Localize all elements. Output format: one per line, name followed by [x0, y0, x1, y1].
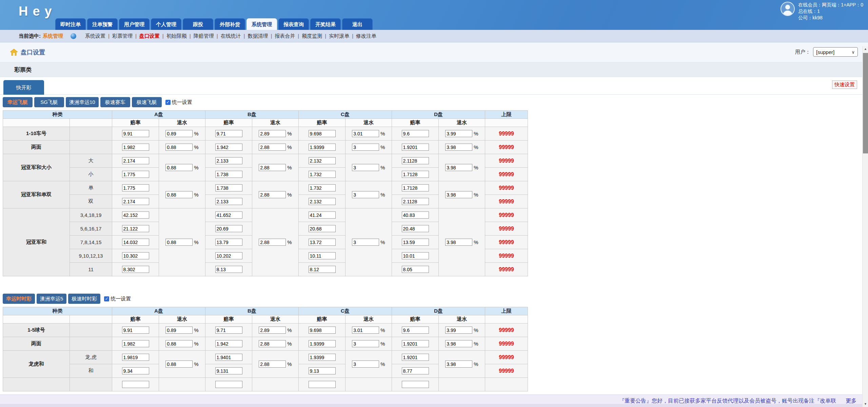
- checkbox-checked-icon[interactable]: ✓: [165, 100, 171, 105]
- rebate-input[interactable]: [352, 360, 379, 368]
- game-tab[interactable]: 幸运飞艇: [3, 97, 33, 107]
- odds-input[interactable]: [215, 225, 242, 232]
- rebate-input[interactable]: [259, 191, 286, 198]
- rebate-input[interactable]: [165, 144, 193, 151]
- odds-input[interactable]: [122, 171, 149, 178]
- odds-input[interactable]: [309, 171, 336, 178]
- rebate-input[interactable]: [352, 191, 379, 198]
- nav-tab[interactable]: 开奖结果: [310, 18, 341, 30]
- submenu-item[interactable]: 实时滚单: [326, 33, 352, 39]
- odds-input[interactable]: [402, 157, 429, 164]
- odds-input[interactable]: [402, 367, 429, 374]
- odds-input[interactable]: [215, 354, 242, 361]
- odds-input[interactable]: [309, 211, 336, 219]
- game-tab[interactable]: 澳洲幸运10: [66, 97, 99, 107]
- rebate-input[interactable]: [445, 144, 472, 151]
- rebate-input[interactable]: [259, 360, 286, 368]
- odds-input[interactable]: [309, 198, 336, 205]
- odds-input[interactable]: [402, 340, 429, 347]
- rebate-input[interactable]: [445, 164, 472, 171]
- odds-input[interactable]: [215, 144, 242, 151]
- odds-input[interactable]: [122, 381, 149, 388]
- rebate-input[interactable]: [259, 239, 286, 246]
- odds-input[interactable]: [215, 266, 242, 273]
- rebate-input[interactable]: [165, 164, 193, 171]
- odds-input[interactable]: [122, 239, 149, 246]
- submenu-item[interactable]: 盘口设置: [137, 33, 162, 39]
- odds-input[interactable]: [122, 340, 149, 347]
- rebate-input[interactable]: [259, 130, 286, 137]
- submenu-item[interactable]: 修改注单: [353, 33, 379, 39]
- rebate-input[interactable]: [165, 327, 193, 334]
- odds-input[interactable]: [122, 184, 149, 191]
- odds-input[interactable]: [309, 367, 336, 374]
- unify-setting[interactable]: ✓统一设置: [104, 296, 131, 302]
- submenu-item[interactable]: 报表合并: [272, 33, 298, 39]
- more-link[interactable]: 更多: [846, 397, 856, 405]
- odds-input[interactable]: [122, 354, 149, 361]
- game-tab[interactable]: SG飞艇: [34, 97, 64, 107]
- rebate-input[interactable]: [352, 144, 379, 151]
- rebate-input[interactable]: [445, 327, 472, 334]
- submenu-item[interactable]: 数据清理: [245, 33, 271, 39]
- odds-input[interactable]: [402, 171, 429, 178]
- rebate-input[interactable]: [352, 164, 379, 171]
- rebate-input[interactable]: [165, 340, 193, 347]
- odds-input[interactable]: [402, 130, 429, 137]
- rebate-input[interactable]: [445, 130, 472, 137]
- scrollbar[interactable]: ▲ ▼: [862, 46, 868, 407]
- odds-input[interactable]: [215, 367, 242, 374]
- odds-input[interactable]: [215, 130, 242, 137]
- nav-tab[interactable]: 个人管理: [151, 18, 181, 30]
- scroll-up-icon[interactable]: ▲: [863, 46, 868, 52]
- submenu-item[interactable]: 额度监测: [299, 33, 325, 39]
- rebate-input[interactable]: [445, 360, 472, 368]
- nav-tab[interactable]: 注单预警: [87, 18, 118, 30]
- odds-input[interactable]: [215, 381, 242, 388]
- odds-input[interactable]: [122, 211, 149, 219]
- rebate-input[interactable]: [165, 360, 193, 368]
- game-tab[interactable]: 极速时时彩: [68, 294, 100, 304]
- rebate-input[interactable]: [165, 130, 193, 137]
- checkbox-checked-icon[interactable]: ✓: [104, 296, 109, 301]
- odds-input[interactable]: [402, 266, 429, 273]
- odds-input[interactable]: [215, 327, 242, 334]
- odds-input[interactable]: [215, 184, 242, 191]
- odds-input[interactable]: [122, 252, 149, 259]
- rebate-input[interactable]: [259, 327, 286, 334]
- odds-input[interactable]: [122, 198, 149, 205]
- odds-input[interactable]: [402, 184, 429, 191]
- rebate-input[interactable]: [445, 239, 472, 246]
- odds-input[interactable]: [215, 211, 242, 219]
- odds-input[interactable]: [402, 327, 429, 334]
- odds-input[interactable]: [122, 130, 149, 137]
- odds-input[interactable]: [309, 340, 336, 347]
- odds-input[interactable]: [215, 252, 242, 259]
- category-tab[interactable]: 快开彩: [3, 80, 44, 95]
- rebate-input[interactable]: [445, 340, 472, 347]
- nav-tab[interactable]: 系统管理: [246, 18, 277, 30]
- odds-input[interactable]: [402, 252, 429, 259]
- odds-input[interactable]: [309, 327, 336, 334]
- odds-input[interactable]: [402, 354, 429, 361]
- rebate-input[interactable]: [259, 340, 286, 347]
- odds-input[interactable]: [215, 157, 242, 164]
- nav-tab[interactable]: 即时注单: [55, 18, 86, 30]
- odds-input[interactable]: [122, 144, 149, 151]
- odds-input[interactable]: [402, 144, 429, 151]
- nav-tab[interactable]: 退出: [342, 18, 373, 30]
- game-tab[interactable]: 幸运时时彩: [3, 294, 35, 304]
- odds-input[interactable]: [309, 157, 336, 164]
- odds-input[interactable]: [309, 239, 336, 246]
- odds-input[interactable]: [402, 239, 429, 246]
- nav-tab[interactable]: 报表查询: [278, 18, 309, 30]
- odds-input[interactable]: [402, 198, 429, 205]
- odds-input[interactable]: [309, 130, 336, 137]
- unify-setting[interactable]: ✓统一设置: [165, 99, 192, 106]
- rebate-input[interactable]: [352, 239, 379, 246]
- rebate-input[interactable]: [352, 327, 379, 334]
- submenu-item[interactable]: 系统设置: [82, 33, 108, 39]
- scroll-down-icon[interactable]: ▼: [863, 401, 868, 407]
- odds-input[interactable]: [309, 144, 336, 151]
- rebate-input[interactable]: [259, 144, 286, 151]
